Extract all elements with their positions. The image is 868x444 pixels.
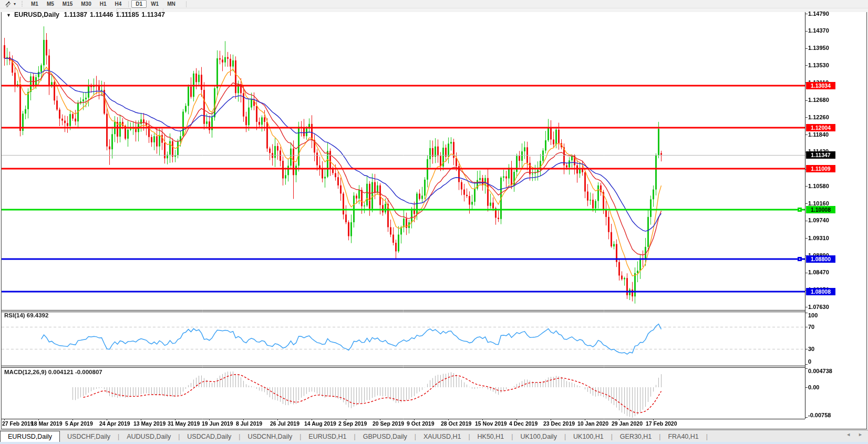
timeframe-button-m15[interactable]: M15: [58, 0, 77, 8]
tab-uk100-daily[interactable]: UK100,Daily: [513, 430, 564, 442]
date-axis-label: 20 Sep 2019: [373, 420, 404, 427]
timeframe-button-m30[interactable]: M30: [77, 0, 95, 8]
date-axis-label: 5 Apr 2019: [65, 420, 93, 427]
toolbar-separator: [128, 1, 129, 7]
toolbar-separator: [186, 1, 187, 7]
rsi-axis-tick: 100: [808, 312, 818, 318]
date-axis-label: 14 Aug 2019: [304, 420, 336, 427]
price-axis-tick: 1.09740: [808, 217, 829, 223]
tab-usdchf-daily[interactable]: USDCHF,Daily: [60, 430, 118, 442]
date-axis-label: 10 Jan 2020: [577, 420, 608, 427]
chevron-down-icon[interactable]: ▼: [6, 13, 11, 18]
timeframe-button-mn[interactable]: MN: [163, 0, 180, 8]
tab-audusd-daily[interactable]: AUDUSD,Daily: [119, 430, 178, 442]
level-price-label[interactable]: 1.08800: [806, 255, 835, 263]
date-axis-label: 24 Apr 2019: [99, 420, 130, 427]
tab-eurusd-daily[interactable]: EURUSD,Daily: [0, 431, 60, 442]
price-axis-tick: 1.14370: [808, 27, 829, 34]
price-axis-tick: 1.10160: [808, 200, 829, 206]
price-axis-tick: 1.13950: [808, 45, 829, 51]
mt4-window: ▾ M1M5M15M30H1H4D1W1MN ▼EURUSD,Daily 1.1…: [0, 0, 868, 444]
level-price-label[interactable]: 1.08008: [806, 288, 835, 295]
chart-shift-icon[interactable]: [2, 1, 14, 7]
date-axis-label: 29 Jan 2020: [612, 420, 643, 427]
timeframe-button-h1[interactable]: H1: [96, 0, 111, 8]
tab-scroll-left-button[interactable]: ◄: [846, 432, 851, 437]
macd-axis-tick: 0.004738: [808, 368, 832, 374]
price-axis-tick: 1.14790: [808, 11, 829, 17]
date-axis-label: 31 May 2019: [168, 420, 200, 427]
tab-separator: |: [706, 430, 708, 442]
date-axis-label: 23 Dec 2019: [543, 420, 575, 427]
tab-hk50-h1[interactable]: HK50,H1: [470, 430, 512, 442]
level-price-label[interactable]: 1.10008: [806, 206, 835, 213]
timeframe-buttons: M1M5M15M30H1H4D1W1MN: [27, 0, 180, 8]
timeframe-button-h4[interactable]: H4: [111, 0, 126, 8]
date-axis-label: 17 Feb 2020: [646, 420, 677, 427]
date-axis-label: 28 Oct 2019: [441, 420, 471, 427]
price-axis-tick: 1.12680: [808, 97, 829, 103]
level-price-label[interactable]: 1.11009: [806, 165, 835, 172]
macd-axis-tick: 0.00: [808, 384, 819, 390]
timeframe-button-m1[interactable]: M1: [27, 0, 43, 8]
tab-fra40-h1[interactable]: FRA40,H1: [660, 430, 706, 442]
ohlc-close: 1.11347: [141, 11, 165, 18]
current-price-label: 1.11347: [806, 151, 835, 159]
date-axis-label: 15 Nov 2019: [475, 420, 507, 427]
tab-xauusd-h1[interactable]: XAUUSD,H1: [416, 430, 469, 442]
price-axis-tick: 1.10580: [808, 183, 829, 189]
tab-usdcnh-daily[interactable]: USDCNH,Daily: [240, 430, 299, 442]
timeframe-toolbar: ▾ M1M5M15M30H1H4D1W1MN: [0, 0, 868, 8]
chevron-down-icon[interactable]: ▾: [14, 2, 16, 6]
status-strip: [0, 442, 868, 444]
macd-indicator-label: MACD(12,26,9) 0.004121 -0.000807: [4, 369, 102, 375]
price-axis-tick: 1.12260: [808, 114, 829, 120]
chart-tab-bar: EURUSD,DailyUSDCHF,Daily|AUDUSD,Daily|US…: [0, 430, 868, 442]
timeframe-button-d1[interactable]: D1: [131, 0, 147, 8]
chart-title: ▼EURUSD,Daily 1.113871.114461.111851.113…: [6, 11, 168, 18]
level-price-label[interactable]: 1.13034: [806, 82, 835, 89]
macd-axis-tick: -0.00758: [808, 412, 831, 418]
tab-scroll-arrows: ◄ ►: [846, 432, 863, 437]
rsi-axis-tick: 0: [808, 358, 811, 365]
date-axis-label: 19 Jun 2019: [202, 420, 233, 427]
rsi-axis-tick: 30: [808, 346, 814, 352]
tab-eurusd-h1[interactable]: EURUSD,H1: [301, 430, 354, 442]
chart-canvas[interactable]: [0, 0, 868, 444]
price-axis-tick: 1.09310: [808, 235, 829, 241]
ohlc-high: 1.11446: [90, 11, 113, 18]
price-axis-tick: 1.11840: [808, 131, 829, 138]
date-axis-label: 4 Dec 2019: [509, 420, 538, 427]
level-price-label[interactable]: 1.12004: [806, 124, 835, 131]
rsi-indicator-label: RSI(14) 69.4392: [4, 312, 48, 318]
tab-uk100-h1[interactable]: UK100,H1: [566, 430, 611, 442]
symbol-label: EURUSD,Daily: [14, 11, 59, 18]
tab-usdcad-daily[interactable]: USDCAD,Daily: [180, 430, 239, 442]
rsi-axis-tick: 70: [808, 324, 814, 330]
date-axis-label: 26 Jul 2019: [270, 420, 299, 427]
date-axis-label: 8 Jul 2019: [236, 420, 262, 427]
date-axis-label: 13 May 2019: [133, 420, 166, 427]
price-axis-tick: 1.08470: [808, 269, 829, 275]
price-axis-tick: 1.07630: [808, 304, 829, 310]
price-axis-tick: 1.13530: [808, 62, 829, 68]
tab-gbpusd-daily[interactable]: GBPUSD,Daily: [356, 430, 415, 442]
toolbar-gripper: [21, 1, 24, 7]
date-axis-label: 2 Sep 2019: [338, 420, 367, 427]
ohlc-open: 1.11387: [64, 11, 88, 18]
tab-ger30-h1[interactable]: GER30,H1: [613, 430, 659, 442]
timeframe-button-w1[interactable]: W1: [147, 0, 163, 8]
ohlc-low: 1.11185: [116, 11, 139, 18]
tab-scroll-right-button[interactable]: ►: [858, 432, 863, 437]
date-axis-label: 18 Mar 2019: [31, 420, 63, 427]
timeframe-button-m5[interactable]: M5: [43, 0, 58, 8]
date-axis-label: 9 Oct 2019: [407, 420, 435, 427]
date-axis-label: 27 Feb 2019: [2, 420, 34, 427]
